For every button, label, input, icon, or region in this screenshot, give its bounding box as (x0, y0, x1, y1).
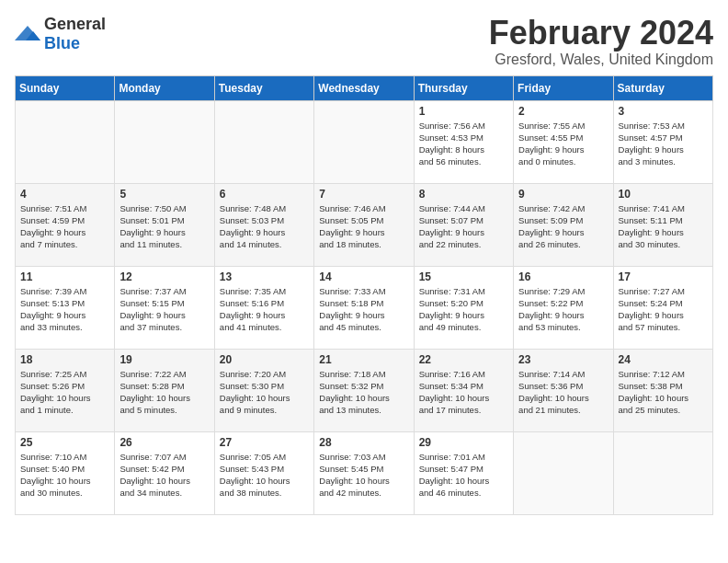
day-number: 28 (319, 436, 408, 449)
page-header: General Blue February 2024 Gresford, Wal… (15, 15, 713, 68)
logo-text-blue: Blue (44, 34, 80, 52)
calendar-cell (514, 431, 613, 514)
day-info: Sunrise: 7:03 AM Sunset: 5:45 PM Dayligh… (319, 451, 408, 500)
calendar-header-cell: Monday (115, 75, 214, 100)
calendar-cell: 23Sunrise: 7:14 AM Sunset: 5:36 PM Dayli… (514, 349, 613, 431)
day-number: 16 (518, 270, 608, 283)
calendar-cell (16, 100, 115, 183)
day-number: 17 (619, 270, 708, 283)
calendar-table: SundayMondayTuesdayWednesdayThursdayFrid… (15, 75, 713, 515)
day-number: 19 (119, 353, 209, 366)
day-info: Sunrise: 7:16 AM Sunset: 5:34 PM Dayligh… (419, 368, 508, 417)
calendar-cell: 13Sunrise: 7:35 AM Sunset: 5:16 PM Dayli… (214, 266, 313, 349)
day-info: Sunrise: 7:01 AM Sunset: 5:47 PM Dayligh… (419, 451, 508, 500)
calendar-cell: 4Sunrise: 7:51 AM Sunset: 4:59 PM Daylig… (16, 183, 115, 266)
calendar-cell: 2Sunrise: 7:55 AM Sunset: 4:55 PM Daylig… (514, 100, 613, 183)
day-info: Sunrise: 7:46 AM Sunset: 5:05 PM Dayligh… (319, 202, 408, 251)
calendar-cell: 18Sunrise: 7:25 AM Sunset: 5:26 PM Dayli… (16, 349, 115, 431)
day-number: 8 (419, 188, 508, 201)
calendar-cell: 19Sunrise: 7:22 AM Sunset: 5:28 PM Dayli… (115, 349, 214, 431)
calendar-body: 1Sunrise: 7:56 AM Sunset: 4:53 PM Daylig… (16, 100, 713, 514)
day-info: Sunrise: 7:55 AM Sunset: 4:55 PM Dayligh… (518, 120, 608, 168)
calendar-cell (214, 100, 313, 183)
calendar-row: 1Sunrise: 7:56 AM Sunset: 4:53 PM Daylig… (16, 100, 713, 183)
month-title: February 2024 (489, 15, 713, 52)
calendar-cell: 14Sunrise: 7:33 AM Sunset: 5:18 PM Dayli… (314, 266, 414, 349)
day-number: 26 (119, 436, 209, 449)
calendar-cell: 3Sunrise: 7:53 AM Sunset: 4:57 PM Daylig… (613, 100, 712, 183)
day-number: 3 (619, 105, 708, 118)
day-info: Sunrise: 7:51 AM Sunset: 4:59 PM Dayligh… (20, 202, 109, 251)
day-info: Sunrise: 7:53 AM Sunset: 4:57 PM Dayligh… (619, 120, 708, 168)
day-number: 24 (619, 353, 708, 366)
day-info: Sunrise: 7:56 AM Sunset: 4:53 PM Dayligh… (419, 120, 508, 168)
day-info: Sunrise: 7:10 AM Sunset: 5:40 PM Dayligh… (20, 451, 109, 500)
calendar-cell: 16Sunrise: 7:29 AM Sunset: 5:22 PM Dayli… (514, 266, 613, 349)
calendar-cell (613, 431, 712, 514)
day-info: Sunrise: 7:42 AM Sunset: 5:09 PM Dayligh… (518, 202, 608, 251)
calendar-cell: 6Sunrise: 7:48 AM Sunset: 5:03 PM Daylig… (214, 183, 313, 266)
day-info: Sunrise: 7:18 AM Sunset: 5:32 PM Dayligh… (319, 368, 408, 417)
day-info: Sunrise: 7:33 AM Sunset: 5:18 PM Dayligh… (319, 285, 408, 334)
day-info: Sunrise: 7:25 AM Sunset: 5:26 PM Dayligh… (20, 368, 109, 417)
calendar-cell: 27Sunrise: 7:05 AM Sunset: 5:43 PM Dayli… (214, 431, 313, 514)
calendar-cell: 28Sunrise: 7:03 AM Sunset: 5:45 PM Dayli… (314, 431, 414, 514)
calendar-row: 18Sunrise: 7:25 AM Sunset: 5:26 PM Dayli… (16, 349, 713, 431)
day-info: Sunrise: 7:50 AM Sunset: 5:01 PM Dayligh… (119, 202, 209, 251)
day-number: 6 (220, 188, 309, 201)
calendar-cell: 25Sunrise: 7:10 AM Sunset: 5:40 PM Dayli… (16, 431, 115, 514)
day-info: Sunrise: 7:29 AM Sunset: 5:22 PM Dayligh… (518, 285, 608, 334)
day-info: Sunrise: 7:44 AM Sunset: 5:07 PM Dayligh… (419, 202, 508, 251)
day-number: 15 (419, 270, 508, 283)
calendar-cell: 11Sunrise: 7:39 AM Sunset: 5:13 PM Dayli… (16, 266, 115, 349)
day-number: 5 (119, 188, 209, 201)
calendar-header-cell: Wednesday (314, 75, 414, 100)
day-number: 7 (319, 188, 408, 201)
calendar-header-cell: Thursday (414, 75, 513, 100)
day-info: Sunrise: 7:41 AM Sunset: 5:11 PM Dayligh… (619, 202, 708, 251)
day-number: 4 (20, 188, 109, 201)
day-info: Sunrise: 7:05 AM Sunset: 5:43 PM Dayligh… (220, 451, 309, 500)
calendar-row: 4Sunrise: 7:51 AM Sunset: 4:59 PM Daylig… (16, 183, 713, 266)
calendar-cell (115, 100, 214, 183)
title-area: February 2024 Gresford, Wales, United Ki… (489, 15, 713, 68)
calendar-row: 25Sunrise: 7:10 AM Sunset: 5:40 PM Dayli… (16, 431, 713, 514)
calendar-header-cell: Friday (514, 75, 613, 100)
calendar-cell: 8Sunrise: 7:44 AM Sunset: 5:07 PM Daylig… (414, 183, 513, 266)
day-number: 22 (419, 353, 508, 366)
calendar-cell: 20Sunrise: 7:20 AM Sunset: 5:30 PM Dayli… (214, 349, 313, 431)
calendar-cell: 21Sunrise: 7:18 AM Sunset: 5:32 PM Dayli… (314, 349, 414, 431)
calendar-header-cell: Sunday (16, 75, 115, 100)
logo-icon (15, 24, 40, 44)
day-info: Sunrise: 7:07 AM Sunset: 5:42 PM Dayligh… (119, 451, 209, 500)
day-number: 23 (518, 353, 608, 366)
calendar-cell: 17Sunrise: 7:27 AM Sunset: 5:24 PM Dayli… (613, 266, 712, 349)
day-number: 27 (220, 436, 309, 449)
day-number: 20 (220, 353, 309, 366)
day-info: Sunrise: 7:20 AM Sunset: 5:30 PM Dayligh… (220, 368, 309, 417)
day-info: Sunrise: 7:22 AM Sunset: 5:28 PM Dayligh… (119, 368, 209, 417)
day-info: Sunrise: 7:39 AM Sunset: 5:13 PM Dayligh… (20, 285, 109, 334)
day-number: 9 (518, 188, 608, 201)
calendar-header-row: SundayMondayTuesdayWednesdayThursdayFrid… (16, 75, 713, 100)
day-number: 13 (220, 270, 309, 283)
location-title: Gresford, Wales, United Kingdom (489, 52, 713, 68)
calendar-cell: 15Sunrise: 7:31 AM Sunset: 5:20 PM Dayli… (414, 266, 513, 349)
calendar-cell: 1Sunrise: 7:56 AM Sunset: 4:53 PM Daylig… (414, 100, 513, 183)
day-number: 25 (20, 436, 109, 449)
day-info: Sunrise: 7:14 AM Sunset: 5:36 PM Dayligh… (518, 368, 608, 417)
calendar-cell: 26Sunrise: 7:07 AM Sunset: 5:42 PM Dayli… (115, 431, 214, 514)
day-info: Sunrise: 7:27 AM Sunset: 5:24 PM Dayligh… (619, 285, 708, 334)
calendar-cell: 12Sunrise: 7:37 AM Sunset: 5:15 PM Dayli… (115, 266, 214, 349)
day-info: Sunrise: 7:35 AM Sunset: 5:16 PM Dayligh… (220, 285, 309, 334)
calendar-header-cell: Saturday (613, 75, 712, 100)
calendar-cell: 22Sunrise: 7:16 AM Sunset: 5:34 PM Dayli… (414, 349, 513, 431)
day-info: Sunrise: 7:12 AM Sunset: 5:38 PM Dayligh… (619, 368, 708, 417)
calendar-cell: 7Sunrise: 7:46 AM Sunset: 5:05 PM Daylig… (314, 183, 414, 266)
day-number: 10 (619, 188, 708, 201)
logo: General Blue (15, 15, 106, 53)
day-number: 18 (20, 353, 109, 366)
calendar-header-cell: Tuesday (214, 75, 313, 100)
calendar-cell: 24Sunrise: 7:12 AM Sunset: 5:38 PM Dayli… (613, 349, 712, 431)
day-number: 14 (319, 270, 408, 283)
